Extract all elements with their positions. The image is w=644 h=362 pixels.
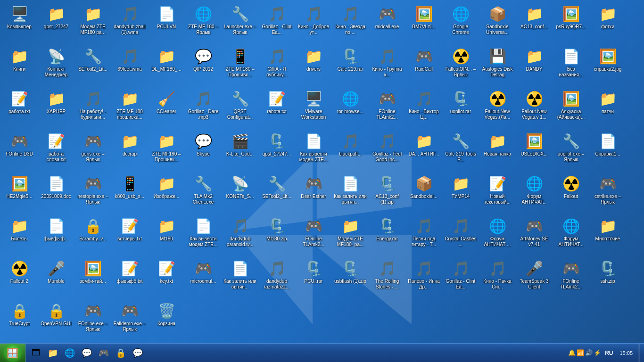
desktop-icon-119[interactable]: 🗜️ ssh.zip [589, 256, 626, 298]
desktop-icon-23[interactable]: 💬 QIP 2012 [185, 44, 222, 86]
desktop-icon-12[interactable]: 🖼️ BM7VLYl... [405, 2, 442, 43]
desktop-icon-29[interactable]: 🎮 RaidCall [405, 44, 442, 86]
desktop-icon-115[interactable]: 🎵 Gorillaz - Clint Ea... [442, 256, 479, 298]
desktop-icon-123[interactable]: 🎮 Falldemo.exe – Ярлык [111, 299, 148, 340]
desktop-icon-85[interactable]: 🎮 cstrike.exe – Ярлык [589, 172, 626, 213]
desktop-icon-97[interactable]: 🎵 Песни под гитару - Т... [405, 214, 442, 255]
desktop-icon-120[interactable]: 🔒 TrueCrypt [1, 299, 38, 340]
desktop-icon-84[interactable]: ☢️ Fallout [553, 172, 589, 213]
desktop-icon-54[interactable]: 🎮 gens.exe – Ярлык [74, 129, 111, 171]
desktop-icon-16[interactable]: 🖼️ psRuy9QR7... [553, 2, 589, 43]
desktop-icon-79[interactable]: 🗜️ AC13_conf (1).zip [369, 172, 405, 213]
desktop-icon-20[interactable]: 🔧 SETool2_Lit... [74, 44, 111, 86]
desktop-icon-28[interactable]: 🎵 Кино - Группа к... [369, 44, 405, 86]
desktop-icon-103[interactable]: ☢️ Fallout 2 [1, 256, 38, 298]
desktop-icon-27[interactable]: 🗜️ Calc 219.rar [332, 44, 369, 86]
desktop-icon-104[interactable]: 🎤 Mumble [38, 256, 74, 298]
desktop-icon-15[interactable]: 📁 AC13_conf... [516, 2, 553, 43]
desktop-icon-91[interactable]: 📄 Как вывести модем ZTE... [185, 214, 222, 255]
taskbar-explorer[interactable]: 📁 [45, 346, 60, 361]
desktop-icon-25[interactable]: 🎵 GilliA - Я публику... [258, 44, 295, 86]
desktop-icon-71[interactable]: 🎮 nestopia.exe – Ярлык [74, 172, 111, 213]
desktop-icon-24[interactable]: 📱 ZTE MF180 – Прошивк... [222, 44, 258, 86]
desktop-icon-62[interactable]: 🎵 Gorillaz - Feel Good Inc... [369, 129, 405, 171]
desktop-icon-10[interactable]: 🎵 Кино - Звезда по ... [332, 2, 369, 43]
desktop-icon-106[interactable]: 📝 фывыфб.txt [111, 256, 148, 298]
desktop-icon-110[interactable]: 🎵 dandydub razmatazz... [258, 256, 295, 298]
desktop-icon-83[interactable]: 🌐 Форум АНТИЧАТ... [516, 172, 553, 213]
desktop-icon-64[interactable]: 🔧 Calc 219 Tools P... [442, 129, 479, 171]
tray-icon-network[interactable]: 📶 [577, 349, 584, 356]
desktop-icon-47[interactable]: 🗜️ uopilot.rar [442, 87, 479, 128]
desktop-icon-78[interactable]: 📄 Как залить или вытян... [332, 172, 369, 213]
start-orb[interactable]: 🪟 [4, 344, 22, 362]
taskbar-show-desktop[interactable]: 🗔 [28, 346, 43, 361]
desktop-icon-101[interactable]: 🌐 Форум АНТИЧАТ... [553, 214, 589, 255]
desktop-icon-2[interactable]: 📁 qpst_27247 [38, 2, 74, 43]
start-button[interactable]: 🪟 [0, 344, 25, 362]
desktop-icon-70[interactable]: 📄 20091009.doc [38, 172, 74, 213]
desktop-icon-114[interactable]: 🎵 Палево - Инна Др... [405, 256, 442, 298]
desktop-icon-60[interactable]: 📄 Как вывести модем ZTE... [295, 129, 332, 171]
desktop-icon-50[interactable]: 🖼️ Аяхуаска (Айяваска)... [553, 87, 589, 128]
desktop-icon-56[interactable]: 📁 ZTE MF180 – Прошивк... [148, 129, 185, 171]
desktop-icon-65[interactable]: 📁 Новая папка [479, 129, 516, 171]
desktop-icon-75[interactable]: 📡 KONETs_S... [222, 172, 258, 213]
desktop-icon-45[interactable]: 🎮 FOnline TLAmk2... [369, 87, 405, 128]
desktop-icon-44[interactable]: 🌐 tor-browse... [332, 87, 369, 128]
desktop-icon-77[interactable]: 🎮 Dear Esther [295, 172, 332, 213]
desktop-icon-13[interactable]: 🌐 Google Chrome [442, 2, 479, 43]
desktop-icon-31[interactable]: 💾 Auslogics Disk Defrag [479, 44, 516, 86]
desktop-icon-49[interactable]: ☢️ Fallout.New Vegas.v 1... [516, 87, 553, 128]
desktop-icon-87[interactable]: 📄 фывфыф... [38, 214, 74, 255]
desktop-icon-53[interactable]: 📝 работа слова.txt [38, 129, 74, 171]
desktop-icon-14[interactable]: 📦 Sandboxie Universa... [479, 2, 516, 43]
desktop-icon-55[interactable]: 📁 dccrap [111, 129, 148, 171]
desktop-icon-72[interactable]: 📱 k800_usb_s... [111, 172, 148, 213]
desktop-icon-38[interactable]: 📁 ZTE MF 180 прошивка... [111, 87, 148, 128]
desktop-icon-117[interactable]: 🎤 TeamSpeak 3 Client [516, 256, 553, 298]
desktop-icon-22[interactable]: 📁 DL_MF180_... [148, 44, 185, 86]
desktop-icon-99[interactable]: 🌐 Форум АНТИЧАТ ... [479, 214, 516, 255]
desktop-icon-89[interactable]: 📝 вотчеры.txt [111, 214, 148, 255]
tray-icon-volume[interactable]: 🔊 [585, 349, 593, 356]
desktop-icon-68[interactable]: 📄 Справка1... [589, 129, 626, 171]
desktop-icon-74[interactable]: 🔧 TLA Mk2 Client.exe [185, 172, 222, 213]
desktop-icon-43[interactable]: 🖥️ VMware Workstation [295, 87, 332, 128]
desktop-icon-8[interactable]: 🎵 Gorillaz - Clint Ea... [258, 2, 295, 43]
desktop-icon-63[interactable]: 📁 DA... АНТИГ... [405, 129, 442, 171]
desktop-icon-34[interactable]: 🖼️ справка2.jpg [589, 44, 626, 86]
desktop-icon-73[interactable]: 📁 Изображе... [148, 172, 185, 213]
show-desktop-button[interactable] [637, 344, 640, 362]
taskbar-skype[interactable]: 💬 [130, 346, 145, 361]
desktop-icon-46[interactable]: 🎵 Кино - Виктор Ц... [405, 87, 442, 128]
desktop-icon-105[interactable]: 🖼️ зомби-тай... [74, 256, 111, 298]
desktop-icon-33[interactable]: 📄 Без названия... [553, 44, 589, 86]
desktop-icon-100[interactable]: 🎮 ArtMoney SE v7.41 [516, 214, 553, 255]
desktop-icon-93[interactable]: 🗜️ Mf180.zip [258, 214, 295, 255]
desktop-icon-98[interactable]: 🎵 Crystal Castles ... [442, 214, 479, 255]
desktop-icon-58[interactable]: 🎬 K-Lite_Cod... [222, 129, 258, 171]
clock[interactable]: 15:05 [617, 349, 636, 357]
desktop-icon-52[interactable]: 🎮 FOnline D3D [1, 129, 38, 171]
desktop-icon-116[interactable]: 🎵 Кино - Пачка Сиг... [479, 256, 516, 298]
desktop-icon-86[interactable]: 📁 Билеты [1, 214, 38, 255]
desktop-icon-67[interactable]: 🔧 uopilot.exe – Ярлык [553, 129, 589, 171]
desktop-icon-5[interactable]: 📄 PCUI.VN [148, 2, 185, 43]
desktop-icon-102[interactable]: 📁 Многгточие [589, 214, 626, 255]
tray-icon-battery[interactable]: ⚡ [594, 349, 601, 356]
taskbar-qip[interactable]: 💬 [79, 346, 94, 361]
desktop-icon-1[interactable]: 🖥️ Компьютер [1, 2, 38, 43]
desktop-icon-9[interactable]: 🎵 Кино - Доброе ут... [295, 2, 332, 43]
desktop-icon-41[interactable]: 🔧 QPST Configurat... [222, 87, 258, 128]
desktop-icon-113[interactable]: 🎵 The Rolling Stones - ... [369, 256, 405, 298]
desktop-icon-108[interactable]: 🎮 microemul... [185, 256, 222, 298]
desktop-icon-30[interactable]: ☢️ FalloutOfN... – Ярлык [442, 44, 479, 86]
language-indicator[interactable]: RU [603, 349, 615, 357]
desktop-icon-109[interactable]: 📄 Как залить или вытян... [222, 256, 258, 298]
taskbar-raidcall[interactable]: 🎮 [96, 346, 111, 361]
desktop-icon-107[interactable]: 📝 key.txt [148, 256, 185, 298]
desktop-icon-112[interactable]: 🗜️ usbflash (1).zip [332, 256, 369, 298]
desktop-icon-21[interactable]: 🎵 69feet.wma [111, 44, 148, 86]
tray-icon-1[interactable]: 🔔 [568, 349, 576, 356]
